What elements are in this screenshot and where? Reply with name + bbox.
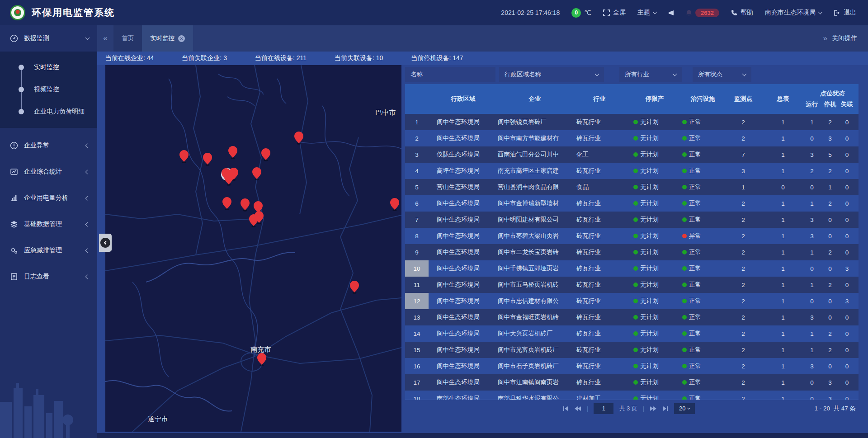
help-button[interactable]: 帮助 (731, 9, 753, 17)
tab-label: 首页 (122, 34, 134, 42)
cell-limit-status: 无计划 (623, 325, 676, 342)
stat-item: 当前在线企业: 44 (105, 54, 154, 62)
cell-points: 2 (723, 325, 763, 342)
table-row[interactable]: 8阆中生态环境局阆中市枣碧大梁山页岩砖瓦行业无计划异常21300 (405, 228, 859, 244)
map-pin-icon[interactable] (179, 150, 189, 163)
sidebar-item-power-analysis[interactable]: 企业用电量分析 (0, 185, 97, 211)
cell-industry: 化工 (572, 146, 623, 163)
status-dot-icon (633, 217, 638, 222)
cell-limit-status: 无计划 (623, 244, 676, 260)
first-page-button[interactable] (562, 406, 569, 411)
table-row[interactable]: 9阆中生态环境局阆中市二龙长宝页岩砖砖瓦行业无计划正常21120 (405, 244, 859, 260)
sidebar-subitem[interactable]: 实时监控 (0, 56, 97, 78)
cell-industry: 砖瓦行业 (572, 374, 623, 391)
theme-dropdown[interactable]: 主题 (637, 9, 656, 17)
tab-close-icon[interactable]: ✕ (178, 35, 185, 42)
table-row[interactable]: 18南部生态环境局南部县科华水泥有限公建材加工无计划正常21030 (405, 391, 859, 400)
table-row[interactable]: 7阆中生态环境局阆中明阳建材有限公司砖瓦行业无计划正常21300 (405, 212, 859, 228)
sidebar-item-data-monitor[interactable]: 数据监测 (0, 25, 97, 52)
sidebar-item-enterprise-statistics[interactable]: 企业综合统计 (0, 159, 97, 185)
tab-active[interactable]: 实时监控✕ (142, 25, 193, 52)
cell-company: 阆中市忠信建材有限公 (490, 293, 572, 309)
table-row[interactable]: 14阆中生态环境局阆中大兴页岩机砖厂砖瓦行业无计划正常21120 (405, 325, 859, 342)
logout-button[interactable]: 退出 (834, 9, 856, 17)
cell-facility-status: 正常 (676, 391, 723, 400)
status-dot-icon (682, 283, 687, 287)
status-dot-icon (633, 234, 638, 238)
fullscreen-button[interactable]: 全屏 (603, 9, 626, 17)
sidebar-subitem[interactable]: 企业电力负荷明细 (0, 100, 97, 122)
cell-region: 阆中生态环境局 (429, 309, 490, 325)
table-row[interactable]: 6阆中生态环境局阆中市金博瑞新型墙材砖瓦行业无计划正常21120 (405, 195, 859, 212)
cell-lost: 3 (839, 260, 855, 277)
tab-scroll-left-button[interactable]: « (97, 34, 113, 43)
table-row[interactable]: 5营山生态环境局营山县润丰肉食品有限食品无计划正常10010 (405, 179, 859, 195)
mute-button[interactable] (668, 10, 674, 16)
table-row[interactable]: 17阆中生态环境局阆中市江南镇阆南页岩砖瓦行业无计划正常21030 (405, 374, 859, 391)
cell-company: 阆中市枣碧大梁山页岩 (490, 228, 572, 244)
map-pin-icon[interactable] (252, 167, 261, 180)
table-row[interactable]: 1阆中生态环境局阆中强锐页岩砖厂砖瓦行业无计划正常21120 (405, 114, 859, 130)
map-panel[interactable]: 巴中市南充市遂宁市 (105, 65, 401, 432)
submenu-dot-icon (19, 65, 24, 70)
cell-run: 1 (803, 342, 821, 358)
app-logo-icon (10, 5, 25, 20)
prev-page-button[interactable] (574, 406, 581, 411)
col-industry: 行业 (572, 84, 623, 114)
cell-meters: 1 (763, 277, 803, 293)
map-pin-icon[interactable] (350, 281, 359, 294)
user-org-dropdown[interactable]: 南充市生态环境局 (765, 9, 822, 17)
map-pin-icon[interactable] (203, 153, 212, 166)
sidebar-item-label: 企业异常 (24, 141, 86, 150)
cell-stop: 5 (821, 146, 839, 163)
status-select[interactable]: 所有状态 (693, 67, 751, 82)
map-pin-icon[interactable] (261, 148, 270, 161)
cell-stop: 2 (821, 277, 839, 293)
table-row[interactable]: 2阆中生态环境局阆中市南方节能建材有砖瓦行业无计划正常21030 (405, 130, 859, 146)
cell-facility-status: 正常 (676, 212, 723, 228)
sidebar-item-emergency-reduction[interactable]: 应急减排管理 (0, 237, 97, 264)
map-pin-icon[interactable] (257, 353, 266, 366)
tab-scroll-right-button[interactable]: » (823, 34, 827, 43)
table-row[interactable]: 11阆中生态环境局阆中市五马桥页岩机砖砖瓦行业无计划正常21120 (405, 277, 859, 293)
tab-inactive[interactable]: 首页 (113, 25, 142, 52)
cell-lost: 3 (839, 293, 855, 309)
table-row[interactable]: 15阆中生态环境局阆中市光富页岩机砖厂砖瓦行业无计划正常21120 (405, 342, 859, 358)
map-pin-icon[interactable] (222, 197, 231, 210)
page-size-select[interactable]: 20 (674, 403, 695, 414)
table-row[interactable]: 16阆中生态环境局阆中市石子页岩机砖厂砖瓦行业无计划正常21300 (405, 358, 859, 374)
sidebar-collapse-button[interactable] (99, 234, 112, 252)
sidebar-item-enterprise-abnormal[interactable]: 企业异常 (0, 132, 97, 159)
cell-lost: 0 (839, 179, 855, 195)
cell-facility-status: 正常 (676, 146, 723, 163)
industry-select[interactable]: 所有行业 (619, 67, 682, 82)
sidebar-item-log-view[interactable]: 日志查看 (0, 264, 97, 290)
cell-limit-status: 无计划 (623, 146, 676, 163)
cell-industry: 砖瓦行业 (572, 244, 623, 260)
map-pin-icon[interactable] (249, 214, 258, 227)
sidebar-item-base-data[interactable]: 基础数据管理 (0, 211, 97, 237)
notifications-button[interactable]: 2632 (686, 9, 719, 17)
map-pin-icon[interactable] (224, 173, 233, 186)
map-pin-icon[interactable] (241, 198, 250, 212)
cell-limit-status: 无计划 (623, 309, 676, 325)
page-number-input[interactable]: 1 (594, 403, 613, 414)
sidebar-subitem[interactable]: 视频监控 (0, 78, 97, 100)
table-row[interactable]: 13阆中生态环境局阆中市金福旺页岩机砖砖瓦行业无计划正常21300 (405, 309, 859, 325)
map-pin-icon[interactable] (390, 198, 399, 211)
region-select[interactable]: 行政区域名称 (499, 67, 604, 82)
table-row[interactable]: 10阆中生态环境局阆中千佛镇五郎垭页岩砖瓦行业无计划正常21003 (405, 260, 859, 277)
table-row[interactable]: 12阆中生态环境局阆中市忠信建材有限公砖瓦行业无计划正常21003 (405, 293, 859, 309)
cell-lost: 0 (839, 244, 855, 260)
map-pin-icon[interactable] (228, 146, 237, 159)
table-row[interactable]: 3仪陇生态环境局西南油气田分公司川中化工无计划正常71350 (405, 146, 859, 163)
cell-limit-status: 无计划 (623, 212, 676, 228)
cell-region: 阆中生态环境局 (429, 277, 490, 293)
name-search-input[interactable]: 名称 (405, 67, 495, 82)
next-page-button[interactable] (650, 406, 657, 411)
table-row[interactable]: 4高坪生态环境局南充市高坪区王家店建砖瓦行业无计划正常31220 (405, 163, 859, 179)
close-operations-button[interactable]: 关闭操作 (832, 34, 857, 42)
cell-limit-status: 无计划 (623, 277, 676, 293)
cell-industry: 砖瓦行业 (572, 293, 623, 309)
last-page-button[interactable] (662, 406, 669, 411)
